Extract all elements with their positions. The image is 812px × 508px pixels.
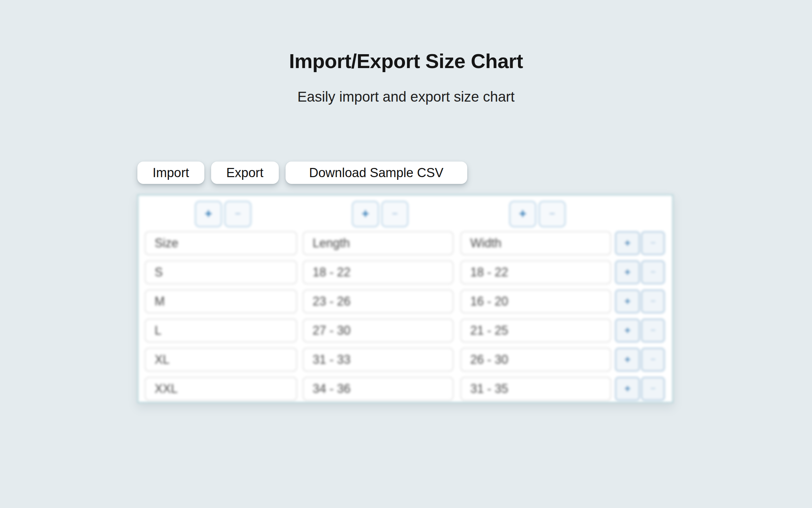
minus-icon: − bbox=[650, 326, 655, 335]
minus-icon: − bbox=[650, 238, 655, 247]
width-cell-input[interactable] bbox=[460, 260, 611, 284]
minus-icon: − bbox=[650, 384, 655, 393]
length-header-input[interactable] bbox=[303, 231, 453, 255]
minus-icon: − bbox=[392, 209, 398, 219]
length-cell-input[interactable] bbox=[303, 260, 453, 284]
length-cell-input[interactable] bbox=[303, 377, 453, 401]
length-cell-input[interactable] bbox=[303, 290, 453, 313]
minus-icon: − bbox=[650, 268, 655, 276]
size-chart-table: + − + − + − + − + − bbox=[137, 194, 673, 403]
width-cell-input[interactable] bbox=[460, 319, 611, 342]
width-cell-input[interactable] bbox=[460, 290, 611, 313]
plus-icon: + bbox=[625, 296, 631, 306]
size-header-input[interactable] bbox=[145, 231, 297, 255]
minus-icon: − bbox=[650, 355, 655, 364]
size-cell-input[interactable] bbox=[145, 319, 297, 342]
remove-column-button[interactable]: − bbox=[381, 201, 408, 227]
page-subtitle: Easily import and export size chart bbox=[0, 89, 812, 105]
toolbar: Import Export Download Sample CSV bbox=[137, 162, 467, 184]
size-cell-input[interactable] bbox=[145, 290, 297, 313]
plus-icon: + bbox=[625, 354, 631, 364]
minus-icon: − bbox=[549, 209, 555, 219]
plus-icon: + bbox=[625, 238, 631, 248]
remove-column-button[interactable]: − bbox=[224, 201, 251, 227]
table-row: + − bbox=[138, 290, 672, 313]
plus-icon: + bbox=[362, 208, 369, 220]
page-title: Import/Export Size Chart bbox=[0, 49, 812, 73]
column-controls-width: + − bbox=[509, 201, 566, 227]
length-cell-input[interactable] bbox=[303, 348, 453, 372]
width-header-input[interactable] bbox=[460, 231, 611, 255]
add-column-button[interactable]: + bbox=[195, 201, 222, 227]
download-sample-csv-button[interactable]: Download Sample CSV bbox=[286, 162, 467, 184]
column-controls-length: + − bbox=[352, 201, 408, 227]
table-row: + − bbox=[138, 319, 672, 342]
plus-icon: + bbox=[625, 383, 631, 394]
size-cell-input[interactable] bbox=[145, 348, 297, 372]
column-controls-size: + − bbox=[195, 201, 251, 227]
remove-row-button[interactable]: − bbox=[641, 260, 665, 284]
add-row-button[interactable]: + bbox=[615, 231, 640, 255]
plus-icon: + bbox=[625, 325, 631, 335]
add-row-button[interactable]: + bbox=[615, 377, 640, 401]
add-row-button[interactable]: + bbox=[615, 260, 640, 284]
add-row-button[interactable]: + bbox=[615, 348, 640, 372]
plus-icon: + bbox=[625, 267, 631, 277]
remove-row-button[interactable]: − bbox=[641, 319, 665, 342]
export-button[interactable]: Export bbox=[211, 162, 279, 184]
length-cell-input[interactable] bbox=[303, 319, 453, 342]
size-cell-input[interactable] bbox=[145, 377, 297, 401]
table-header-row: + − bbox=[138, 231, 672, 255]
add-column-button[interactable]: + bbox=[352, 201, 379, 227]
width-cell-input[interactable] bbox=[460, 377, 611, 401]
table-row: + − bbox=[138, 348, 672, 372]
table-row: + − bbox=[138, 377, 672, 401]
remove-row-button[interactable]: − bbox=[641, 290, 665, 313]
table-row: + − bbox=[138, 260, 672, 284]
add-row-button[interactable]: + bbox=[615, 290, 640, 313]
minus-icon: − bbox=[235, 209, 241, 219]
remove-row-button[interactable]: − bbox=[641, 231, 665, 255]
remove-row-button[interactable]: − bbox=[641, 377, 665, 401]
import-button[interactable]: Import bbox=[137, 162, 204, 184]
remove-row-button[interactable]: − bbox=[641, 348, 665, 372]
add-column-button[interactable]: + bbox=[509, 201, 536, 227]
plus-icon: + bbox=[519, 208, 526, 220]
size-cell-input[interactable] bbox=[145, 260, 297, 284]
add-row-button[interactable]: + bbox=[615, 319, 640, 342]
plus-icon: + bbox=[205, 208, 212, 220]
remove-column-button[interactable]: − bbox=[539, 201, 566, 227]
minus-icon: − bbox=[650, 297, 655, 305]
width-cell-input[interactable] bbox=[460, 348, 611, 372]
page: Import/Export Size Chart Easily import a… bbox=[0, 0, 812, 508]
